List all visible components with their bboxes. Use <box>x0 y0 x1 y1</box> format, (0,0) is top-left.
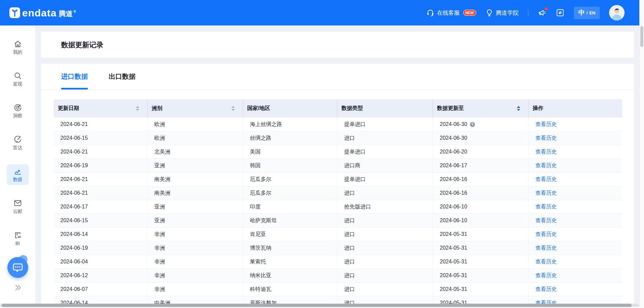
tendata-logo[interactable]: endata 腾道® <box>9 7 76 18</box>
headset-icon <box>426 9 434 17</box>
cell-continent: 非洲 <box>147 283 243 296</box>
tab-import-data[interactable]: 进口数据 <box>61 64 88 89</box>
view-history-link[interactable]: 查看历史 <box>535 190 557 197</box>
table-row: 2024-06-07 非洲 科特迪瓦 进口 2024-05-31 查看历史 <box>54 283 622 296</box>
cell-continent: 非洲 <box>147 255 243 268</box>
vertical-scrollbar[interactable] <box>639 0 644 308</box>
academy-label: 腾道学院 <box>496 9 519 17</box>
sidebar-item-label: 云邮 <box>13 208 22 214</box>
cell-country: 哈萨克斯坦 <box>243 214 337 227</box>
sort-control[interactable] <box>517 106 520 111</box>
view-history-link[interactable]: 查看历史 <box>535 272 557 279</box>
sort-desc-icon[interactable] <box>517 109 520 111</box>
logo-text-cn: 腾道® <box>59 9 76 18</box>
cell-country: 海上丝绸之路 <box>243 118 337 131</box>
sidebar-item-label: 洞察 <box>13 113 22 119</box>
sort-asc-icon[interactable] <box>517 106 520 108</box>
sidebar-item-radar[interactable]: 雷达 <box>7 132 29 153</box>
view-history-link[interactable]: 查看历史 <box>535 121 557 128</box>
sort-asc-icon[interactable] <box>136 106 139 108</box>
table-row: 2024-06-19 非洲 博茨瓦纳 进口 2024-05-31 查看历史 <box>54 241 622 255</box>
data-chart-icon <box>13 167 22 176</box>
cell-data-type: 进口商 <box>337 159 433 172</box>
tab-bar: 进口数据 出口数据 <box>41 64 634 90</box>
view-history-link[interactable]: 查看历史 <box>535 286 557 293</box>
cell-country: 科特迪瓦 <box>243 283 337 296</box>
sort-asc-icon[interactable] <box>231 106 235 108</box>
cell-update-date: 2024-06-14 <box>54 228 147 241</box>
sort-control[interactable] <box>231 106 235 111</box>
view-history-link[interactable]: 查看历史 <box>535 217 557 224</box>
cell-continent: 非洲 <box>147 269 243 282</box>
sidebar-item-cloudmail[interactable]: 云邮 <box>7 196 29 217</box>
sidebar-item-discover[interactable]: 发现 <box>7 69 29 89</box>
cell-continent: 非洲 <box>147 228 243 241</box>
logo-text-latin: endata <box>22 8 57 18</box>
view-history-link[interactable]: 查看历史 <box>535 245 557 252</box>
user-avatar[interactable] <box>609 5 625 20</box>
cell-continent: 南美洲 <box>147 173 243 186</box>
cell-updated-to: 2024-05-31 <box>433 283 528 296</box>
announcements-button[interactable] <box>538 8 546 17</box>
view-history-link[interactable]: 查看历史 <box>535 176 557 183</box>
table-body: 2024-06-21 欧洲 海上丝绸之路 提单进口 2024-06-30? 查看… <box>54 118 622 308</box>
cell-updated-to: 2024-05-31 <box>433 241 528 255</box>
view-history-link[interactable]: 查看历史 <box>535 148 557 156</box>
sort-desc-icon[interactable] <box>136 109 139 111</box>
online-service-button[interactable]: 在线客服 NEW <box>426 9 477 17</box>
cell-continent: 欧洲 <box>147 118 243 131</box>
cell-country: 韩国 <box>243 159 337 172</box>
sidebar-item-data[interactable]: 数据 <box>7 164 29 185</box>
cell-updated-to: 2024-06-20 <box>433 145 528 159</box>
lightbulb-icon <box>486 9 493 17</box>
cell-continent: 南美洲 <box>147 186 243 200</box>
fullscreen-button[interactable] <box>556 8 565 17</box>
sidebar-item-insight[interactable]: 洞察 <box>7 101 29 121</box>
cell-update-date: 2024-06-19 <box>54 241 147 255</box>
view-history-link[interactable]: 查看历史 <box>535 203 557 210</box>
tendata-logo-icon <box>9 7 20 18</box>
language-toggle[interactable]: 中 / EN <box>574 7 600 19</box>
cell-action: 查看历史 <box>528 228 622 241</box>
registered-mark: ® <box>73 7 76 16</box>
sort-desc-icon[interactable] <box>231 109 235 111</box>
academy-button[interactable]: 腾道学院 <box>486 9 519 17</box>
cell-country: 厄瓜多尔 <box>243 173 337 186</box>
lang-zh-label: 中 <box>578 8 585 17</box>
cell-updated-to: 2024-06-10 <box>433 214 528 227</box>
view-history-link[interactable]: 查看历史 <box>535 231 557 238</box>
cell-country: 纳米比亚 <box>243 269 337 282</box>
topbar: endata 腾道® 在线客服 NEW 腾道学院 <box>0 0 644 25</box>
cell-continent: 亚洲 <box>147 214 243 227</box>
cell-data-type: 进口 <box>337 228 433 241</box>
horizontal-scrollbar-thumb[interactable] <box>2 304 632 307</box>
view-history-link[interactable]: 查看历史 <box>535 162 557 169</box>
table-row: 2024-06-14 非洲 肯尼亚 进口 2024-05-31 查看历史 <box>54 228 622 241</box>
cell-continent: 非洲 <box>147 241 243 255</box>
cell-data-type: 抢先版进口 <box>337 200 433 213</box>
column-header-data-type: 数据类型 <box>337 99 433 118</box>
cell-update-date: 2024-06-15 <box>54 214 147 227</box>
vertical-scrollbar-thumb[interactable] <box>640 26 643 47</box>
cell-updated-to: 2024-05-31 <box>433 255 528 268</box>
chat-fab-button[interactable] <box>7 257 28 278</box>
table-row: 2024-06-17 亚洲 印度 抢先版进口 2024-06-10 查看历史 <box>54 200 622 214</box>
help-icon[interactable]: ? <box>470 122 475 127</box>
view-history-link[interactable]: 查看历史 <box>535 258 557 265</box>
cell-update-date: 2024-06-15 <box>54 131 147 145</box>
sort-control[interactable] <box>136 106 139 111</box>
tab-export-data[interactable]: 出口数据 <box>109 64 136 89</box>
sidebar-item-mine[interactable]: 我的 <box>7 37 29 58</box>
search-icon <box>13 71 22 80</box>
cell-update-date: 2024-06-21 <box>54 186 147 200</box>
view-history-link[interactable]: 查看历史 <box>535 135 557 142</box>
cell-updated-to: 2024-06-10 <box>433 200 528 213</box>
collapse-sidebar-button[interactable] <box>13 284 22 291</box>
online-service-label: 在线客服 <box>437 9 460 17</box>
column-header-update-date: 更新日期 <box>54 99 147 118</box>
radar-icon <box>13 135 22 144</box>
sidebar-item-bi[interactable]: BI BI <box>7 228 29 249</box>
horizontal-scrollbar[interactable] <box>0 304 639 308</box>
table-row: 2024-06-12 非洲 纳米比亚 进口 2024-05-31 查看历史 <box>54 269 622 283</box>
cell-action: 查看历史 <box>528 186 622 200</box>
